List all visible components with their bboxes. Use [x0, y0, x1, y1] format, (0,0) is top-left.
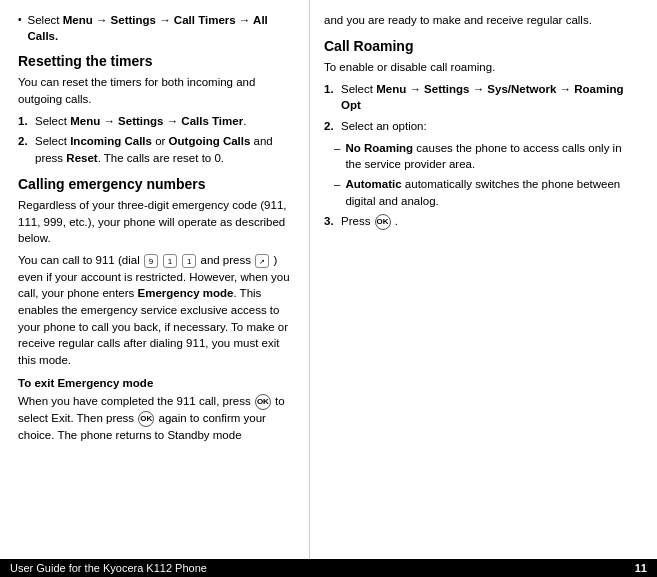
- roaming-step-1: 1. Select Menu → Settings → Sys/Network …: [324, 81, 639, 114]
- digit-9-key: 9: [144, 254, 158, 268]
- sub-option-no-roaming-text: No Roaming causes the phone to access ca…: [345, 140, 639, 173]
- step-text-1: Select Menu → Settings → Calls Timer.: [35, 113, 299, 130]
- resetting-step-2: 2. Select Incoming Calls or Outgoing Cal…: [18, 133, 299, 166]
- sub-option-automatic: – Automatic automatically switches the p…: [334, 176, 639, 209]
- to-exit-body: When you have completed the 911 call, pr…: [18, 393, 299, 444]
- to-exit-label: To exit Emergency mode: [18, 375, 299, 392]
- roaming-step-text-2: Select an option:: [341, 118, 639, 135]
- sub-option-automatic-text: Automatic automatically switches the pho…: [345, 176, 639, 209]
- roaming-step-num-1: 1.: [324, 81, 338, 98]
- step-num-2: 2.: [18, 133, 32, 150]
- left-column: • Select Menu → Settings → Call Timers →…: [0, 0, 310, 577]
- right-intro-para: and you are ready to make and receive re…: [324, 12, 639, 29]
- sub-dash-2: –: [334, 176, 340, 193]
- sub-option-no-roaming: – No Roaming causes the phone to access …: [334, 140, 639, 173]
- section-resetting-title: Resetting the timers: [18, 52, 299, 70]
- footer-left-text: User Guide for the Kyocera K112 Phone: [10, 562, 207, 574]
- roaming-step-num-3: 3.: [324, 213, 338, 230]
- ok-button-icon-3: OK: [375, 214, 391, 230]
- section-emergency-para2: You can call to 911 (dial 9 1 1 and pres…: [18, 252, 299, 369]
- bullet-item-call-timers: • Select Menu → Settings → Call Timers →…: [18, 12, 299, 44]
- page-container: • Select Menu → Settings → Call Timers →…: [0, 0, 657, 577]
- footer-bar: User Guide for the Kyocera K112 Phone 11: [0, 559, 657, 577]
- roaming-step-num-2: 2.: [324, 118, 338, 135]
- sub-dash-1: –: [334, 140, 340, 157]
- ok-button-icon-1: OK: [255, 394, 271, 410]
- roaming-steps: 1. Select Menu → Settings → Sys/Network …: [324, 81, 639, 135]
- step-text-2: Select Incoming Calls or Outgoing Calls …: [35, 133, 299, 166]
- roaming-step-2: 2. Select an option:: [324, 118, 639, 135]
- bullet-text-call-timers: Select Menu → Settings → Call Timers → A…: [28, 12, 299, 44]
- bullet-dot: •: [18, 13, 22, 27]
- section-roaming-intro: To enable or disable call roaming.: [324, 59, 639, 76]
- ok-button-icon-2: OK: [138, 411, 154, 427]
- step-num-1: 1.: [18, 113, 32, 130]
- digit-1-key-2: 1: [182, 254, 196, 268]
- footer-page-number: 11: [635, 562, 647, 574]
- section-resetting-body: You can reset the timers for both incomi…: [18, 74, 299, 107]
- section-roaming-title: Call Roaming: [324, 37, 639, 55]
- resetting-step-1: 1. Select Menu → Settings → Calls Timer.: [18, 113, 299, 130]
- roaming-step-3: 3. Press OK .: [324, 213, 639, 230]
- roaming-sub-options: – No Roaming causes the phone to access …: [334, 140, 639, 210]
- roaming-step-text-3: Press OK .: [341, 213, 639, 230]
- right-column: and you are ready to make and receive re…: [310, 0, 657, 577]
- send-key: ↗: [255, 254, 269, 268]
- resetting-steps: 1. Select Menu → Settings → Calls Timer.…: [18, 113, 299, 167]
- digit-1-key-1: 1: [163, 254, 177, 268]
- section-emergency-para1: Regardless of your three-digit emergency…: [18, 197, 299, 247]
- section-emergency-title: Calling emergency numbers: [18, 175, 299, 193]
- roaming-step-text-1: Select Menu → Settings → Sys/Network → R…: [341, 81, 639, 114]
